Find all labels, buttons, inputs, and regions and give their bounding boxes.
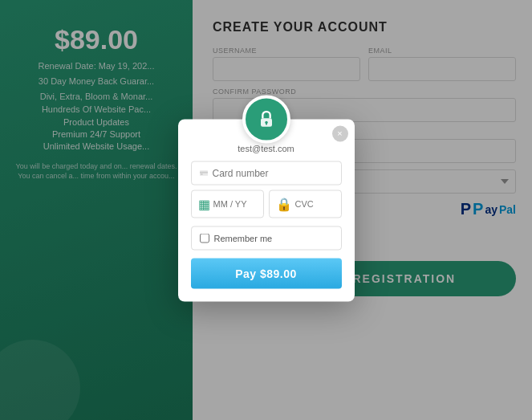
lock-icon-circle xyxy=(242,95,290,143)
card-number-field xyxy=(191,161,342,185)
lock-icon xyxy=(255,108,278,130)
card-number-input[interactable] xyxy=(213,167,333,178)
cvc-lock-icon: 🔒 xyxy=(276,196,292,211)
remember-me-checkbox[interactable] xyxy=(200,233,209,243)
payment-modal: × test@test.com ▦ 🔒 Remember me Pay $89.… xyxy=(178,119,355,301)
expiry-input[interactable] xyxy=(213,199,257,209)
svg-rect-5 xyxy=(201,173,203,174)
credit-card-icon xyxy=(200,168,208,177)
expiry-field: ▦ xyxy=(191,190,264,218)
cvc-field: 🔒 xyxy=(269,190,342,218)
card-expiry-cvc-row: ▦ 🔒 xyxy=(191,190,342,218)
modal-icon-wrap xyxy=(242,95,290,143)
svg-rect-4 xyxy=(200,171,208,173)
pay-button[interactable]: Pay $89.00 xyxy=(191,258,342,288)
remember-me-label: Remember me xyxy=(214,233,273,243)
calendar-icon: ▦ xyxy=(198,196,210,211)
cvc-input[interactable] xyxy=(295,199,335,209)
modal-email: test@test.com xyxy=(191,143,342,153)
remember-me-row: Remember me xyxy=(191,226,342,250)
modal-close-button[interactable]: × xyxy=(332,125,348,141)
